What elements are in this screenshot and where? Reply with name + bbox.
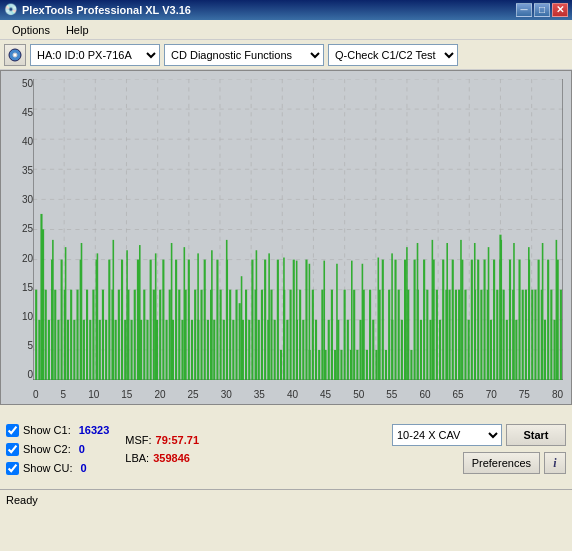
y-label-10: 10 — [22, 312, 33, 322]
svg-rect-228 — [460, 240, 462, 380]
svg-rect-62 — [131, 320, 133, 380]
svg-rect-235 — [556, 240, 558, 380]
info-button[interactable]: i — [544, 452, 566, 474]
drive-select[interactable]: HA:0 ID:0 PX-716A — [30, 44, 160, 66]
svg-rect-142 — [385, 350, 387, 380]
x-label-45: 45 — [320, 389, 331, 400]
svg-rect-225 — [417, 243, 419, 380]
titlebar-controls[interactable]: ─ □ ✕ — [516, 3, 568, 17]
svg-rect-43 — [70, 290, 72, 380]
svg-rect-189 — [534, 290, 536, 380]
svg-rect-172 — [480, 290, 482, 380]
show-c1-checkbox[interactable] — [6, 424, 19, 437]
x-label-55: 55 — [386, 389, 397, 400]
c1-value: 16323 — [79, 424, 110, 436]
drive-icon-button[interactable] — [4, 44, 26, 66]
svg-rect-234 — [542, 243, 544, 380]
svg-rect-145 — [394, 260, 396, 380]
svg-rect-158 — [436, 290, 438, 380]
svg-rect-76 — [175, 260, 177, 380]
svg-rect-98 — [245, 290, 247, 380]
svg-rect-197 — [560, 290, 562, 380]
svg-rect-64 — [137, 260, 139, 380]
chart-container: 50 45 40 35 30 25 20 15 10 5 0 — [0, 70, 572, 405]
svg-rect-115 — [299, 290, 301, 380]
svg-rect-80 — [188, 260, 190, 380]
svg-rect-183 — [515, 320, 517, 380]
close-button[interactable]: ✕ — [552, 3, 568, 17]
info-icon: i — [553, 456, 556, 471]
svg-rect-32 — [35, 290, 37, 380]
speed-select[interactable]: 10-24 X CAV 8 X CLV 16 X CLV Max X CLV — [392, 424, 502, 446]
y-label-25: 25 — [22, 224, 33, 234]
c1-label: Show C1: — [23, 424, 71, 436]
svg-rect-120 — [315, 320, 317, 380]
svg-rect-129 — [344, 290, 346, 380]
function-select[interactable]: CD Diagnostic Functions — [164, 44, 324, 66]
show-c2-checkbox[interactable] — [6, 443, 19, 456]
c2-label: Show C2: — [23, 443, 71, 455]
svg-rect-179 — [503, 290, 505, 380]
svg-rect-139 — [375, 350, 377, 380]
svg-rect-42 — [67, 320, 69, 380]
svg-rect-138 — [372, 320, 374, 380]
svg-rect-206 — [155, 253, 157, 380]
svg-rect-122 — [321, 290, 323, 380]
c2-row: Show C2: 0 — [6, 443, 109, 456]
y-label-15: 15 — [22, 283, 33, 293]
speed-start-row: 10-24 X CAV 8 X CLV 16 X CLV Max X CLV S… — [392, 424, 566, 446]
svg-rect-209 — [197, 253, 199, 380]
svg-rect-44 — [73, 320, 75, 380]
svg-rect-195 — [553, 320, 555, 380]
svg-rect-217 — [309, 264, 311, 380]
controls-column: 10-24 X CAV 8 X CLV 16 X CLV Max X CLV S… — [392, 424, 566, 474]
svg-rect-212 — [241, 276, 243, 380]
svg-rect-60 — [124, 320, 126, 380]
svg-rect-220 — [351, 261, 353, 380]
svg-rect-126 — [334, 350, 336, 380]
c1-row: Show C1: 16323 — [6, 424, 109, 437]
svg-rect-211 — [226, 240, 228, 380]
svg-rect-194 — [550, 290, 552, 380]
svg-rect-162 — [449, 290, 451, 380]
start-button[interactable]: Start — [506, 424, 566, 446]
svg-rect-232 — [513, 243, 515, 380]
svg-rect-151 — [414, 260, 416, 380]
titlebar: 💿 PlexTools Professional XL V3.16 ─ □ ✕ — [0, 0, 572, 20]
svg-rect-165 — [458, 290, 460, 380]
pref-row: Preferences i — [463, 452, 566, 474]
y-label-30: 30 — [22, 195, 33, 205]
test-select[interactable]: Q-Check C1/C2 Test — [328, 44, 458, 66]
svg-point-1 — [13, 53, 17, 57]
x-label-10: 10 — [88, 389, 99, 400]
svg-rect-190 — [538, 260, 540, 380]
show-cu-checkbox[interactable] — [6, 462, 19, 475]
x-label-15: 15 — [121, 389, 132, 400]
svg-rect-49 — [89, 320, 91, 380]
stats-column: MSF: 79:57.71 LBA: 359846 — [125, 434, 245, 464]
svg-rect-177 — [496, 290, 498, 380]
restore-button[interactable]: □ — [534, 3, 550, 17]
svg-rect-58 — [118, 290, 120, 380]
preferences-button[interactable]: Preferences — [463, 452, 540, 474]
svg-rect-181 — [509, 260, 511, 380]
x-label-30: 30 — [221, 389, 232, 400]
svg-rect-103 — [261, 290, 263, 380]
svg-rect-39 — [57, 320, 59, 380]
svg-rect-50 — [92, 290, 94, 380]
svg-rect-148 — [404, 260, 406, 380]
svg-rect-203 — [113, 240, 115, 380]
svg-rect-221 — [362, 264, 364, 380]
svg-rect-193 — [547, 260, 549, 380]
menubar: Options Help — [0, 20, 572, 40]
chart-svg — [33, 79, 563, 380]
svg-rect-207 — [171, 243, 173, 380]
info-panel: Show C1: 16323 Show C2: 0 Show CU: 0 MSF… — [0, 409, 572, 489]
menu-options[interactable]: Options — [4, 22, 58, 38]
svg-rect-112 — [290, 290, 292, 380]
menu-help[interactable]: Help — [58, 22, 97, 38]
x-label-40: 40 — [287, 389, 298, 400]
svg-rect-90 — [220, 290, 222, 380]
minimize-button[interactable]: ─ — [516, 3, 532, 17]
lba-label: LBA: — [125, 452, 149, 464]
